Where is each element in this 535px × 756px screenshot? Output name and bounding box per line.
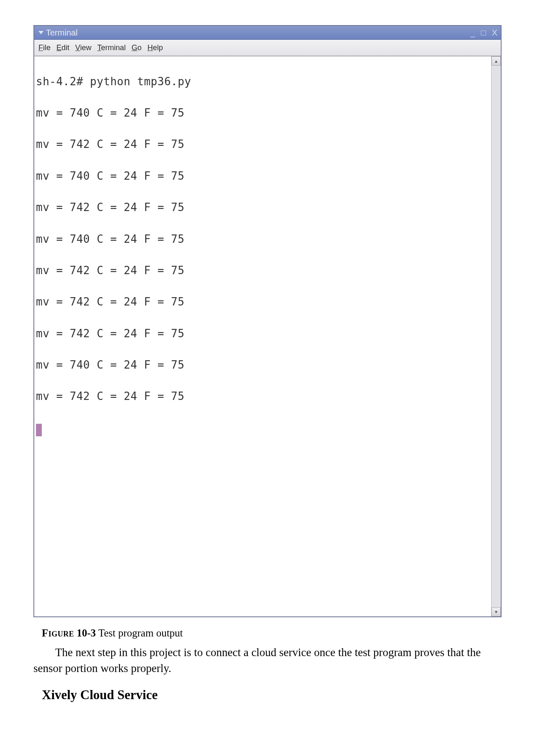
terminal-output[interactable]: sh-4.2# python tmp36.py mv = 740 C = 24 … [34,56,491,616]
scroll-up-button[interactable]: ▴ [492,56,501,66]
window-controls: _ □ X [470,28,498,38]
terminal-line: mv = 742 C = 24 F = 75 [36,389,491,405]
figure-number: 10-3 [77,627,96,639]
terminal-line: mv = 742 C = 24 F = 75 [36,326,491,342]
terminal-line: mv = 742 C = 24 F = 75 [36,263,491,279]
scroll-down-button[interactable]: ▾ [492,607,501,616]
terminal-line: mv = 740 C = 24 F = 75 [36,105,491,121]
terminal-line: mv = 740 C = 24 F = 75 [36,232,491,247]
arrow-up-icon: ▴ [495,58,497,64]
scrollbar[interactable]: ▴ ▾ [491,56,501,616]
figure-caption-text: Test program output [96,627,183,639]
menu-file[interactable]: File [38,43,51,52]
menu-view[interactable]: View [75,43,92,52]
terminal-window: Terminal _ □ X File Edit View Terminal G… [33,25,502,617]
terminal-line: mv = 742 C = 24 F = 75 [36,294,491,310]
minimize-button[interactable]: _ [470,28,476,38]
arrow-down-icon: ▾ [495,609,497,615]
menubar: File Edit View Terminal Go Help [34,40,501,56]
window-titlebar[interactable]: Terminal _ □ X [34,26,501,40]
window-title: Terminal [46,28,78,38]
figure-caption: Figure 10-3 Test program output [33,626,502,640]
page: Terminal _ □ X File Edit View Terminal G… [0,0,535,756]
section-heading: Xively Cloud Service [33,687,502,703]
menu-help[interactable]: Help [148,43,163,52]
body-paragraph: The next step in this project is to conn… [33,644,502,677]
menu-edit[interactable]: Edit [56,43,69,52]
figure-label: Figure [42,627,74,639]
close-button[interactable]: X [492,28,498,38]
terminal-line: mv = 740 C = 24 F = 75 [36,357,491,373]
cursor-icon [36,424,42,436]
terminal-line: mv = 740 C = 24 F = 75 [36,168,491,184]
terminal-line: sh-4.2# python tmp36.py [36,74,491,90]
dropdown-arrow-icon[interactable] [38,31,43,34]
terminal-line: mv = 742 C = 24 F = 75 [36,200,491,216]
menu-terminal[interactable]: Terminal [97,43,126,52]
terminal-line: mv = 742 C = 24 F = 75 [36,137,491,153]
titlebar-left: Terminal [37,28,78,38]
menu-go[interactable]: Go [132,43,142,52]
terminal-body: sh-4.2# python tmp36.py mv = 740 C = 24 … [34,56,501,616]
maximize-button[interactable]: □ [481,28,487,38]
